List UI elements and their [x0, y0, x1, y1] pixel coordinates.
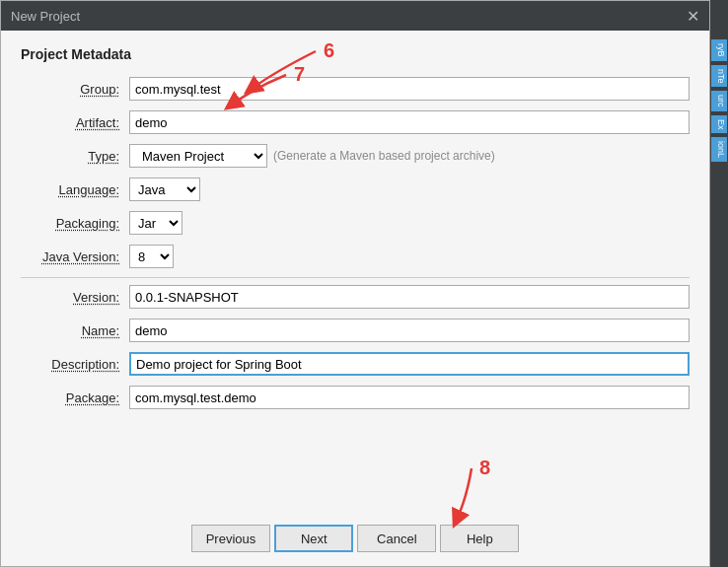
group-row: Group: — [21, 76, 690, 102]
type-select[interactable]: Maven Project Gradle Project — [129, 144, 267, 168]
description-input[interactable] — [129, 352, 690, 376]
title-bar: New Project ✕ — [1, 1, 709, 31]
right-tab-ex[interactable]: Ex — [711, 115, 727, 134]
next-button[interactable]: Next — [274, 525, 353, 552]
group-label: Group: — [21, 82, 129, 97]
description-row: Description: — [21, 351, 690, 377]
previous-button[interactable]: Previous — [191, 525, 271, 552]
version-label: Version: — [21, 290, 129, 305]
separator — [21, 277, 690, 278]
group-input[interactable] — [129, 77, 690, 101]
type-row: Type: Maven Project Gradle Project (Gene… — [21, 143, 690, 169]
right-tab-ryb[interactable]: ryB — [711, 39, 727, 61]
name-input[interactable] — [129, 319, 690, 342]
type-hint: (Generate a Maven based project archive) — [273, 149, 495, 163]
description-label: Description: — [21, 357, 129, 372]
section-title: Project Metadata — [21, 46, 690, 62]
java-version-label: Java Version: — [21, 249, 129, 264]
name-row: Name: — [21, 318, 690, 343]
title-bar-title: New Project — [11, 9, 80, 24]
dialog-content: Project Metadata Group: Artifact: Type: … — [1, 31, 709, 515]
right-tab-urc[interactable]: urc — [711, 91, 727, 111]
type-field: Maven Project Gradle Project (Generate a… — [129, 144, 495, 168]
packaging-label: Packaging: — [21, 216, 129, 231]
dialog-window: New Project ✕ Project Metadata Group: Ar… — [0, 0, 710, 567]
help-button[interactable]: Help — [440, 525, 519, 552]
type-label: Type: — [21, 149, 129, 164]
close-button[interactable]: ✕ — [687, 7, 699, 26]
language-select[interactable]: Java Kotlin Groovy — [129, 177, 200, 201]
package-input[interactable] — [129, 386, 690, 409]
language-row: Language: Java Kotlin Groovy — [21, 177, 690, 202]
button-row: Previous Next Cancel Help — [1, 515, 709, 566]
version-row: Version: — [21, 284, 690, 310]
right-panel: ryB nTe urc Ex ionL — [710, 0, 728, 567]
package-label: Package: — [21, 390, 129, 405]
package-row: Package: — [21, 385, 690, 410]
right-tab-ionl[interactable]: ionL — [711, 137, 727, 162]
language-label: Language: — [21, 182, 129, 197]
name-label: Name: — [21, 323, 129, 338]
java-version-row: Java Version: 8 11 17 — [21, 244, 690, 269]
packaging-select[interactable]: Jar War — [129, 211, 182, 235]
cancel-button[interactable]: Cancel — [357, 525, 436, 552]
artifact-row: Artifact: — [21, 109, 690, 135]
right-tab-nte[interactable]: nTe — [711, 65, 727, 88]
version-input[interactable] — [129, 285, 690, 309]
artifact-input[interactable] — [129, 110, 690, 134]
java-version-select[interactable]: 8 11 17 — [129, 245, 174, 268]
packaging-row: Packaging: Jar War — [21, 210, 690, 236]
artifact-label: Artifact: — [21, 115, 129, 130]
